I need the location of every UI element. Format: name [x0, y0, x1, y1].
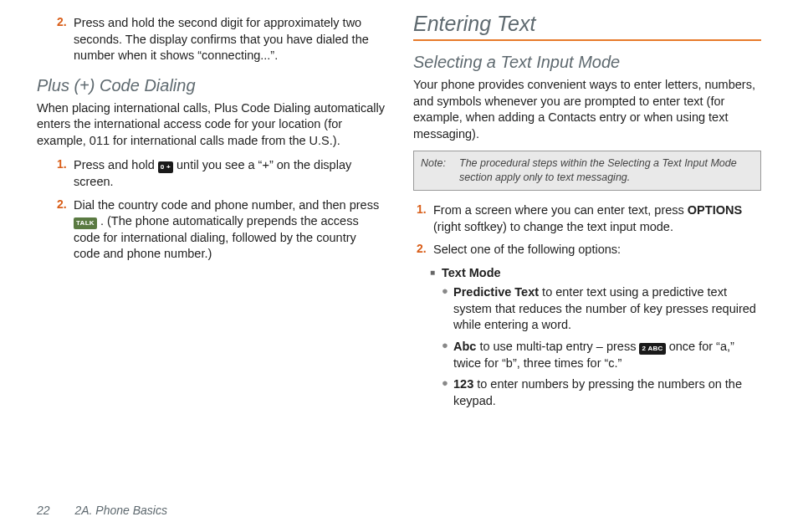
step-number: 1.: [54, 157, 74, 190]
zero-plus-key-icon: 0 +: [158, 161, 173, 173]
sub2-list-item: ● Predictive Text to enter text using a …: [413, 284, 761, 334]
step-number: 2.: [54, 197, 74, 263]
step-number: 2.: [413, 242, 433, 258]
page-number: 22: [37, 504, 50, 517]
text-fragment: Press and hold: [74, 158, 158, 171]
bullet-icon: ●: [442, 284, 453, 334]
sub2-list-item: ● Abc to use multi-tap entry – press 2 A…: [413, 339, 761, 371]
text-fragment: (right softkey) to change the text input…: [433, 220, 673, 233]
step-number: 1.: [413, 202, 433, 235]
sub2-list-item: ● 123 to enter numbers by pressing the n…: [413, 376, 761, 409]
note-label: Note:: [421, 156, 459, 185]
list-item: 1. Press and hold 0 + until you see a “+…: [54, 157, 385, 190]
option-text: 123 to enter numbers by pressing the num…: [453, 376, 761, 409]
step-text: Select one of the following options:: [433, 242, 621, 258]
list-item: 1. From a screen where you can enter tex…: [413, 202, 761, 235]
bullet-icon: ■: [430, 265, 442, 282]
two-column-layout: 2. Press and hold the second digit for a…: [37, 12, 761, 487]
list-item: 2. Dial the country code and phone numbe…: [54, 197, 385, 263]
list-item: 2. Press and hold the second digit for a…: [54, 15, 385, 64]
subsection-heading: Selecting a Text Input Mode: [413, 53, 761, 72]
option-name: Abc: [453, 340, 476, 353]
option-text: Abc to use multi-tap entry – press 2 ABC…: [453, 339, 761, 371]
two-abc-key-icon: 2 ABC: [639, 343, 665, 355]
text-fragment: Dial the country code and phone number, …: [74, 198, 379, 212]
left-column: 2. Press and hold the second digit for a…: [37, 12, 385, 487]
option-name: 123: [453, 377, 473, 391]
divider-line: [413, 39, 761, 41]
right-column: Entering Text Selecting a Text Input Mod…: [413, 12, 761, 487]
step-text: From a screen where you can enter text, …: [433, 202, 761, 235]
note-text: The procedural steps within the Selectin…: [459, 156, 754, 185]
step-number: 2.: [54, 15, 74, 64]
section-heading: Entering Text: [413, 12, 761, 36]
list-item: 2. Select one of the following options:: [413, 242, 761, 258]
option-name: Predictive Text: [453, 285, 539, 299]
note-box: Note: The procedural steps within the Se…: [413, 151, 761, 191]
bullet-icon: ●: [442, 376, 453, 409]
text-fragment: to enter numbers by pressing the numbers…: [453, 377, 742, 407]
bold-text: OPTIONS: [688, 203, 742, 217]
step-text: Dial the country code and phone number, …: [74, 197, 385, 263]
talk-key-icon: TALK: [74, 217, 97, 229]
text-mode-label: Text Mode: [442, 265, 501, 282]
text-fragment: From a screen where you can enter text, …: [433, 203, 688, 217]
paragraph: When placing international calls, Plus C…: [37, 100, 385, 150]
subsection-heading: Plus (+) Code Dialing: [37, 76, 385, 95]
text-fragment: to use multi-tap entry – press: [476, 340, 639, 353]
manual-page: 2. Press and hold the second digit for a…: [0, 0, 798, 532]
step-text: Press and hold 0 + until you see a “+” o…: [74, 157, 385, 190]
text-fragment: . (The phone automatically prepends the …: [74, 214, 359, 260]
bullet-icon: ●: [442, 339, 453, 371]
sub-list-item: ■ Text Mode: [413, 265, 761, 282]
section-label: 2A. Phone Basics: [74, 504, 167, 517]
paragraph: Your phone provides convenient ways to e…: [413, 77, 761, 142]
step-text: Press and hold the second digit for appr…: [74, 15, 385, 64]
page-footer: 22 2A. Phone Basics: [37, 487, 761, 517]
option-text: Predictive Text to enter text using a pr…: [453, 284, 761, 334]
